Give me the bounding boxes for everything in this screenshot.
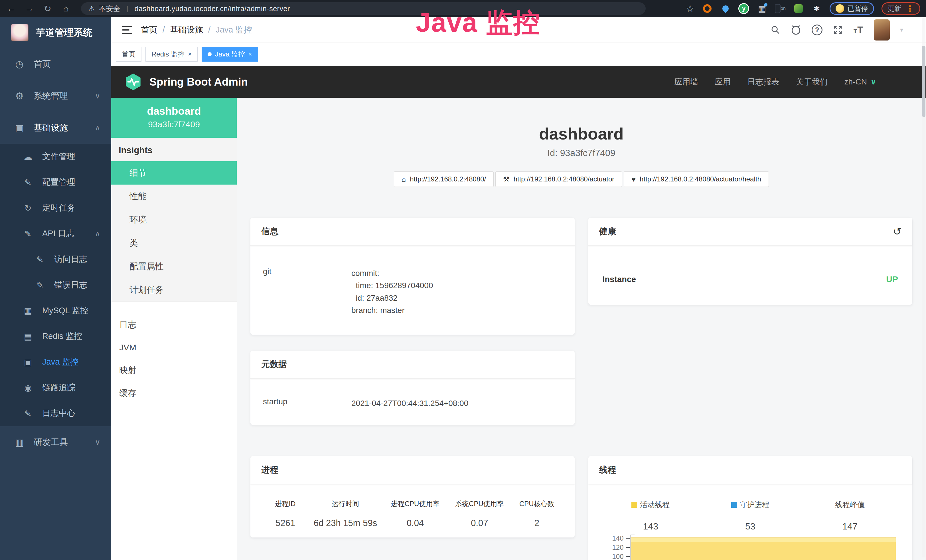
scrollbar-thumb[interactable] [922,45,925,117]
y-axis-tick [626,547,630,548]
extension-leaf-icon[interactable] [793,3,804,14]
sba-item-classes[interactable]: 类 [111,232,237,255]
legend-daemon-threads: 守护进程 53 [701,500,800,532]
breadcrumb-separator: / [163,25,165,35]
sba-item-scheduled-tasks[interactable]: 计划任务 [111,278,237,301]
tab-java-monitor[interactable]: Java 监控 × [202,47,258,62]
extension-grid-icon[interactable]: ▦ [757,3,767,14]
history-icon[interactable]: ↺ [893,227,902,237]
locale-select[interactable]: zh-CN ∨ [844,77,876,86]
app-title: 芋道管理系统 [36,26,92,39]
collapse-sidebar-icon[interactable] [122,26,132,34]
security-label[interactable]: 不安全 [99,4,120,14]
paused-badge[interactable]: 已暂停 [830,2,874,15]
nav-link-journal[interactable]: 日志报表 [747,76,779,87]
github-icon[interactable] [791,24,801,35]
gear-icon: ⚙ [12,91,26,101]
sba-item-environment[interactable]: 环境 [111,208,237,232]
browser-scrollbar[interactable] [922,18,925,557]
cloud-upload-icon: ☁ [21,152,35,162]
breadcrumb-item[interactable]: 首页 [141,24,157,36]
sba-item-caches[interactable]: 缓存 [111,382,237,404]
sidebar-item-config-manage[interactable]: ✎ 配置管理 [0,170,111,195]
sidebar-item-infra[interactable]: ▣ 基础设施 ∧ [0,112,111,144]
url-text[interactable]: dashboard.yudao.iocoder.cn/infra/admin-s… [135,5,290,13]
edit-icon: ✎ [33,254,47,265]
sidebar-item-tracing[interactable]: ◉ 链路追踪 [0,375,111,401]
sidebar-item-system[interactable]: ⚙ 系统管理 ∨ [0,80,111,112]
card-title: 元数据 [261,359,287,370]
extension-switch-on-icon[interactable]: on [775,3,786,14]
chevron-up-icon: ∧ [95,229,100,238]
sidebar-item-scheduled-jobs[interactable]: ↻ 定时任务 [0,195,111,221]
sba-item-details[interactable]: 细节 [111,161,237,185]
y-axis-label: 100 [601,552,624,560]
warning-icon: ⚠ [88,5,95,13]
fullscreen-icon[interactable] [833,25,843,35]
sba-sidebar: dashboard 93a3fc7f7409 Insights 细节 性能 环境… [111,98,237,560]
header-actions: ? тT ▾ [770,20,916,41]
sba-item-jvm[interactable]: JVM [111,336,237,359]
extension-colorzilla-icon[interactable] [702,3,713,14]
link-button-root[interactable]: ⌂ http://192.168.0.2:48080/ [394,171,494,187]
sidebar-item-redis-monitor[interactable]: ▤ Redis 监控 [0,324,111,349]
info-value: commit: time: 1596289704000 id: 27aa832 … [351,267,562,317]
chevron-down-icon: ∨ [95,437,100,447]
insights-group-label: Insights [111,138,237,161]
app-logo[interactable]: 芋道管理系统 [0,17,111,48]
browser-forward-button[interactable]: → [24,3,35,14]
close-icon[interactable]: × [188,50,192,58]
nav-link-wall[interactable]: 应用墙 [675,76,698,87]
wrench-icon: ⚒ [503,175,509,183]
search-icon[interactable] [770,25,780,35]
avatar[interactable] [874,20,890,41]
browser-back-button[interactable]: ← [6,3,17,14]
sba-item-config-props[interactable]: 配置属性 [111,255,237,278]
breadcrumb-item[interactable]: 基础设施 [170,24,203,36]
tab-home[interactable]: 首页 [116,47,141,62]
sidebar-item-dev-tools[interactable]: ▥ 研发工具 ∨ [0,426,111,458]
bookmark-star-icon[interactable]: ☆ [686,3,694,14]
url-bar[interactable]: ⚠ 不安全 | dashboard.yudao.iocoder.cn/infra… [81,2,646,15]
nav-link-applications[interactable]: 应用 [715,76,731,87]
text-size-icon[interactable]: тT [853,24,864,35]
link-button-actuator[interactable]: ⚒ http://192.168.0.2:48080/actuator [495,171,622,187]
sba-item-mappings[interactable]: 映射 [111,359,237,382]
link-button-health[interactable]: ♥ http://192.168.0.2:48080/actuator/heal… [624,171,769,187]
sidebar-item-log-center[interactable]: ✎ 日志中心 [0,401,111,426]
edit-icon: ✎ [21,229,35,239]
process-col-value: 5261 [263,518,308,528]
update-button[interactable]: 更新 ⋮ [882,2,920,15]
sidebar-item-home[interactable]: ◷ 首页 [0,48,111,80]
sidebar-item-error-logs[interactable]: ✎ 错误日志 [0,272,111,298]
sba-item-logs[interactable]: 日志 [111,313,237,336]
browser-reload-button[interactable]: ↻ [42,3,53,14]
sba-nav-links: 应用墙 应用 日志报表 关于我们 zh-CN ∨ [675,76,914,87]
extension-y-icon[interactable]: y [738,3,749,14]
sidebar-item-access-logs[interactable]: ✎ 访问日志 [0,247,111,272]
browser-home-button[interactable]: ⌂ [61,3,71,14]
help-icon[interactable]: ? [812,24,823,35]
sidebar-item-file-manage[interactable]: ☁ 文件管理 [0,144,111,170]
sidebar-item-label: 研发工具 [34,436,68,448]
tab-redis-monitor[interactable]: Redis 监控 × [145,47,198,62]
sidebar-item-label: Redis 监控 [42,331,82,342]
link-url: http://192.168.0.2:48080/actuator/health [640,175,761,183]
nav-link-about[interactable]: 关于我们 [796,76,828,87]
tab-label: Redis 监控 [151,50,185,59]
sidebar-item-mysql-monitor[interactable]: ▦ MySQL 监控 [0,298,111,324]
legend-value: 53 [701,521,800,532]
cards-right-column: 健康 ↺ Instance UP 线程 [589,218,912,560]
caret-down-icon[interactable]: ▾ [900,26,903,34]
instance-header[interactable]: dashboard 93a3fc7f7409 [111,98,237,138]
kebab-menu-icon[interactable]: ⋮ [906,4,914,14]
instance-id-line: Id: 93a3fc7f7409 [250,148,912,158]
sba-item-metrics[interactable]: 性能 [111,185,237,208]
close-icon[interactable]: × [248,50,252,58]
extensions-puzzle-icon[interactable]: ✱ [811,3,822,14]
heart-pulse-icon: ♥ [631,175,635,183]
sba-brand[interactable]: Spring Boot Admin [124,73,248,91]
sidebar-item-api-logs[interactable]: ✎ API 日志 ∧ [0,221,111,247]
extension-pin-icon[interactable] [720,3,731,14]
sidebar-item-java-monitor[interactable]: ▣ Java 监控 [0,349,111,375]
